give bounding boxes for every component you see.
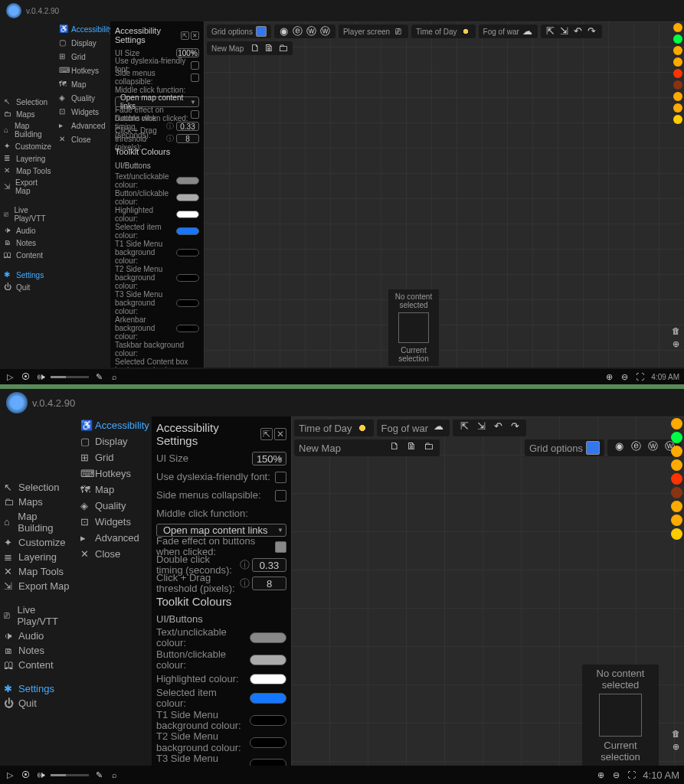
fade-checkbox[interactable] xyxy=(275,541,286,553)
file-icon[interactable]: 🗋 xyxy=(250,43,260,54)
middle-click-dropdown[interactable]: Open map content links xyxy=(156,524,286,537)
import-icon[interactable]: ⇱ xyxy=(545,26,556,37)
undo-icon[interactable]: ↶ xyxy=(573,26,584,37)
close-icon[interactable]: ✕ xyxy=(274,428,286,440)
add-icon[interactable]: ⊕ xyxy=(670,741,681,752)
collapsible-checkbox[interactable] xyxy=(275,490,286,501)
dyslexia-checkbox[interactable] xyxy=(191,61,199,70)
sidebar-item-advanced[interactable]: ▸Advanced xyxy=(57,119,109,132)
dock-dot[interactable] xyxy=(671,514,682,526)
fullscreen-icon[interactable]: ⛶ xyxy=(634,371,645,382)
undo-icon[interactable]: ↶ xyxy=(491,421,505,435)
sidebar-item-widgets[interactable]: ⊡Widgets xyxy=(57,106,109,118)
map-canvas[interactable]: Time of Day Fog of war☁ ⇱⇲↶↷ New Map🗋🗎🗀 … xyxy=(291,416,684,773)
colour-swatch[interactable] xyxy=(176,249,199,256)
ui-size-dropdown[interactable]: 100% xyxy=(176,48,199,57)
stop-icon[interactable]: ⦿ xyxy=(20,769,31,780)
colour-swatch[interactable] xyxy=(176,211,199,218)
dblclick-input[interactable]: 0.33 xyxy=(176,122,199,131)
volume-slider[interactable] xyxy=(51,376,89,378)
speaker-icon[interactable]: 🕪 xyxy=(35,769,46,780)
globe-icon[interactable]: ◉ xyxy=(279,26,290,37)
colour-swatch[interactable] xyxy=(176,274,199,282)
sun-icon[interactable] xyxy=(460,26,471,37)
cloud-icon[interactable]: ☁ xyxy=(431,421,445,435)
dock-dot[interactable] xyxy=(673,115,682,124)
sidebar-item-map[interactable]: 🗺Map xyxy=(57,78,109,90)
map-canvas[interactable]: Grid options ◉ⓔⓦⓦ Player screen⎚ Time of… xyxy=(204,21,684,368)
speaker-icon[interactable]: 🕪 xyxy=(35,371,46,382)
colour-swatch[interactable] xyxy=(250,674,286,684)
play-icon[interactable]: ▷ xyxy=(5,371,15,382)
collapsible-checkbox[interactable] xyxy=(191,74,199,82)
add-icon[interactable]: ⊕ xyxy=(670,338,681,349)
dock-dot[interactable] xyxy=(671,418,682,430)
colour-swatch[interactable] xyxy=(250,655,286,665)
sidebar-item-selection[interactable]: ↖Selection xyxy=(2,480,75,495)
sidebar-item-notes[interactable]: 🗈Notes xyxy=(2,237,54,249)
sidebar-item-map[interactable]: 🗺Map xyxy=(78,482,150,497)
sidebar-item-hotkeys[interactable]: ⌨Hotkeys xyxy=(78,466,150,481)
sidebar-item-quality[interactable]: ◈Quality xyxy=(78,498,150,513)
sidebar-item-settings[interactable]: ✱Settings xyxy=(2,269,54,281)
middle-click-dropdown[interactable]: Open map content links xyxy=(115,96,199,107)
sidebar-item-notes[interactable]: 🗈Notes xyxy=(2,643,75,658)
grid-options-group[interactable]: Grid options xyxy=(525,439,604,456)
info-icon[interactable]: ⓘ xyxy=(240,577,250,590)
dock-dot[interactable] xyxy=(673,34,682,44)
sidebar-item-layering[interactable]: ≣Layering xyxy=(2,152,54,165)
dock-dot[interactable] xyxy=(671,528,682,540)
dock-dot[interactable] xyxy=(671,432,682,443)
sidebar-item-grid[interactable]: ⊞Grid xyxy=(57,51,109,63)
open-icon[interactable]: 🗀 xyxy=(277,43,288,54)
export-icon[interactable]: ⇲ xyxy=(474,421,488,435)
drag-input[interactable]: 8 xyxy=(252,577,286,590)
sidebar-item-maps[interactable]: 🗀Maps xyxy=(2,495,75,509)
sidebar-item-display[interactable]: ▢Display xyxy=(78,434,150,449)
sidebar-item-content[interactable]: 🕮Content xyxy=(2,658,75,672)
sidebar-item-content[interactable]: 🕮Content xyxy=(2,249,54,261)
play-icon[interactable]: ▷ xyxy=(5,769,15,780)
edit-icon[interactable]: ✎ xyxy=(93,371,104,382)
info-icon[interactable]: ⓘ xyxy=(166,121,174,132)
sidebar-item-layering[interactable]: ≣Layering xyxy=(2,550,75,564)
weather1-icon[interactable]: ⓦ xyxy=(306,26,317,37)
sidebar-item-customize[interactable]: ✦Customize xyxy=(2,140,54,152)
globe-icon[interactable]: ◉ xyxy=(612,441,626,455)
sidebar-item-accessibility[interactable]: ♿Accessibility xyxy=(57,23,109,35)
import-icon[interactable]: ⇱ xyxy=(457,421,471,435)
sidebar-item-quit[interactable]: ⏻Quit xyxy=(2,281,54,293)
dock-dot[interactable] xyxy=(673,23,682,32)
sidebar-item-accessibility[interactable]: ♿Accessibility xyxy=(78,418,150,433)
ui-size-dropdown[interactable]: 150% xyxy=(252,452,286,466)
fog-of-war-group[interactable]: Fog of war☁ xyxy=(479,24,538,38)
sidebar-item-audio[interactable]: 🕩Audio xyxy=(2,224,54,237)
fog-of-war-group[interactable]: Fog of war☁ xyxy=(377,420,450,436)
search-icon[interactable]: ⌕ xyxy=(109,371,119,382)
sidebar-item-close[interactable]: ✕Close xyxy=(57,133,109,145)
popout-icon[interactable]: ⇱ xyxy=(260,428,273,440)
grid-icon[interactable] xyxy=(256,26,267,37)
sidebar-item-export-map[interactable]: ⇲Export Map xyxy=(2,579,75,593)
plus-icon[interactable]: ⊕ xyxy=(595,769,606,780)
fade-checkbox[interactable] xyxy=(191,110,199,119)
cast-icon[interactable]: ⎚ xyxy=(393,26,404,37)
sidebar-item-display[interactable]: ▢Display xyxy=(57,37,109,49)
sidebar-item-map-building[interactable]: ⌂Map Building xyxy=(2,509,75,535)
dock-dot[interactable] xyxy=(673,92,682,101)
sidebar-item-close[interactable]: ✕Close xyxy=(78,547,150,561)
export-icon[interactable]: ⇲ xyxy=(559,26,570,37)
sidebar-item-audio[interactable]: 🕩Audio xyxy=(2,629,75,643)
sidebar-item-hotkeys[interactable]: ⌨Hotkeys xyxy=(57,64,109,77)
dock-dot[interactable] xyxy=(673,57,682,67)
dock-dot[interactable] xyxy=(673,46,682,55)
dock-dot[interactable] xyxy=(673,69,682,78)
dock-dot[interactable] xyxy=(671,487,682,498)
colour-swatch[interactable] xyxy=(176,227,199,235)
sidebar-item-maps[interactable]: 🗀Maps xyxy=(2,108,54,120)
minus-icon[interactable]: ⊖ xyxy=(619,371,630,382)
trash-icon[interactable]: 🗑 xyxy=(670,325,681,336)
fullscreen-icon[interactable]: ⛶ xyxy=(626,769,637,780)
dyslexia-checkbox[interactable] xyxy=(275,472,286,483)
colour-swatch[interactable] xyxy=(250,632,286,643)
